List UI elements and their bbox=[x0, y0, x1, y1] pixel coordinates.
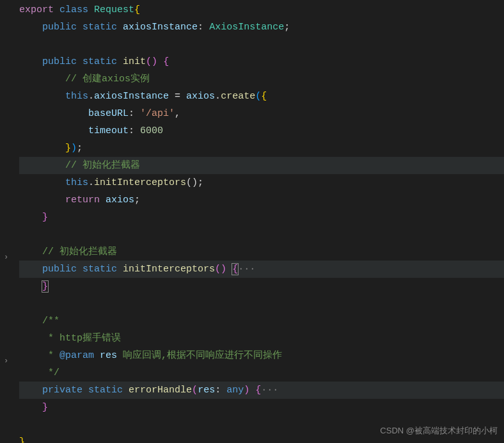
code-editor[interactable]: › › export class Request{ public static … bbox=[0, 0, 504, 443]
code-line: return axios; bbox=[19, 191, 504, 209]
code-line-folded: public static initInterceptors() {··· bbox=[19, 261, 504, 278]
watermark-text: CSDN @被高端技术封印的小柯 bbox=[380, 423, 498, 438]
fold-chevron-icon[interactable]: › bbox=[4, 355, 8, 369]
code-line: // 初始化拦截器 bbox=[19, 243, 504, 261]
code-line: export class Request{ bbox=[19, 1, 504, 19]
code-line: this.axiosInstance = axios.create({ bbox=[19, 88, 504, 105]
code-line: * http握手错误 bbox=[19, 330, 504, 347]
code-line: this.initInterceptors(); bbox=[19, 174, 504, 191]
code-line: timeout: 6000 bbox=[19, 122, 504, 140]
code-line: } bbox=[19, 209, 504, 226]
code-line bbox=[19, 295, 504, 312]
code-line: } bbox=[19, 278, 504, 295]
code-line-active: // 初始化拦截器 bbox=[19, 157, 504, 174]
code-line: public static axiosInstance: AxiosInstan… bbox=[19, 19, 504, 36]
code-line: public static init() { bbox=[19, 53, 504, 70]
code-line bbox=[19, 36, 504, 53]
code-line: } bbox=[19, 399, 504, 416]
code-line-folded: private static errorHandle(res: any) {··… bbox=[19, 382, 504, 399]
code-line: /** bbox=[19, 312, 504, 330]
code-line: // 创建axios实例 bbox=[19, 70, 504, 88]
code-line: baseURL: '/api', bbox=[19, 105, 504, 122]
code-line: */ bbox=[19, 364, 504, 382]
gutter: › › bbox=[0, 0, 15, 443]
code-line bbox=[19, 226, 504, 243]
fold-chevron-icon[interactable]: › bbox=[4, 251, 8, 265]
code-line: * @param res 响应回调,根据不同响应进行不同操作 bbox=[19, 347, 504, 364]
code-line: }); bbox=[19, 140, 504, 157]
